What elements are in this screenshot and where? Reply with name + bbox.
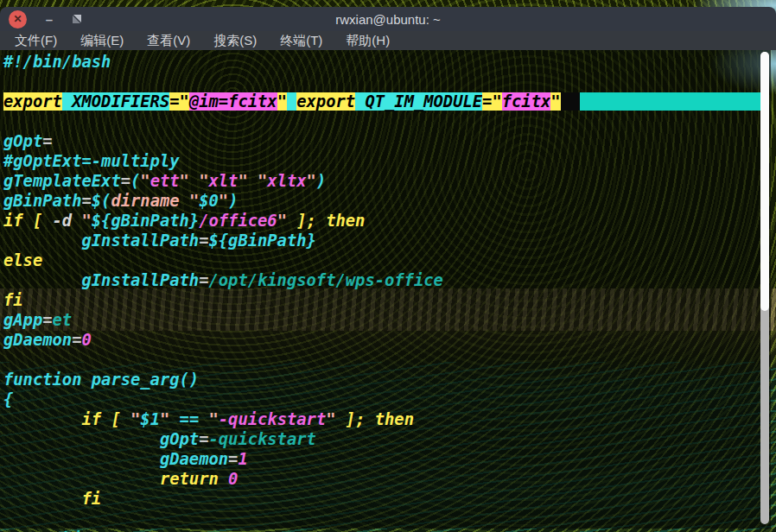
code-line: return 0 xyxy=(3,469,766,489)
code-segment: fcitx xyxy=(502,92,551,111)
code-segment: = xyxy=(228,450,238,468)
code-line: fi xyxy=(3,489,766,509)
code-segment: " xyxy=(189,192,199,210)
code-segment: 0 xyxy=(228,470,238,488)
code-segment: " xyxy=(277,212,297,230)
code-line: gInstallPath=${gBinPath} xyxy=(3,231,766,250)
code-segment: = xyxy=(121,172,130,190)
menu-item-terminal[interactable]: 终端(T) xyxy=(274,33,328,49)
code-segment: " xyxy=(238,172,258,190)
terminal-screen[interactable]: #!/bin/bashexport XMODIFIERS="@im=fcitx"… xyxy=(3,52,766,509)
code-segment: = xyxy=(199,430,208,448)
code-segment: else xyxy=(3,251,42,269)
code-segment xyxy=(3,410,81,428)
code-line: function parse_arg() xyxy=(3,370,766,390)
code-segment: = xyxy=(42,311,52,329)
code-segment: ett xyxy=(150,172,180,190)
code-segment: ( xyxy=(130,172,140,190)
code-segment: xltx xyxy=(267,172,306,190)
code-line: gBinPath=$(dirname "$0") xyxy=(3,191,766,211)
code-segment: gBinPath xyxy=(3,192,81,210)
code-line: fi xyxy=(3,290,766,310)
code-segment: /opt/kingsoft/wps-office xyxy=(208,271,442,289)
code-line xyxy=(3,72,766,92)
code-segment: @im=fcitx xyxy=(189,92,277,111)
code-segment: ) xyxy=(316,172,326,190)
terminal-content[interactable]: #!/bin/bashexport XMODIFIERS="@im=fcitx"… xyxy=(0,50,771,529)
code-segment: ]; then xyxy=(296,212,365,230)
code-segment: XMODIFIERS xyxy=(62,92,169,111)
code-segment xyxy=(287,92,296,111)
code-segment: /office6 xyxy=(199,212,277,230)
code-segment: " xyxy=(550,92,560,111)
scrollbar-track[interactable] xyxy=(760,52,769,524)
code-line xyxy=(3,111,766,131)
code-segment: export xyxy=(296,92,355,111)
code-line: gDaemon=1 xyxy=(3,449,766,469)
code-segment: " xyxy=(140,172,149,190)
code-segment: -d xyxy=(53,212,82,230)
code-segment: gDaemon xyxy=(160,450,228,468)
code-line: gOpt=-quickstart xyxy=(3,429,766,449)
code-segment: ) xyxy=(228,192,238,210)
code-line: gInstallPath=/opt/kingsoft/wps-office xyxy=(3,270,766,290)
code-segment: -quickstart xyxy=(219,410,326,428)
code-segment: ]; then xyxy=(346,410,414,428)
window-title: rwxian@ubuntu: ~ xyxy=(0,12,776,27)
code-segment: #gOptExt=-multiply xyxy=(3,152,180,170)
code-segment xyxy=(3,231,81,250)
code-line: else xyxy=(3,250,766,270)
code-segment: if [ xyxy=(3,212,53,230)
code-segment: " xyxy=(209,410,219,428)
code-segment: = xyxy=(42,132,52,150)
code-segment xyxy=(3,490,81,508)
code-segment: = xyxy=(199,231,208,250)
code-segment: = xyxy=(199,271,208,289)
code-segment: " xyxy=(219,192,228,210)
menu-bar: 文件(F)编辑(E)查看(V)搜索(S)终端(T)帮助(H) xyxy=(0,31,776,50)
code-segment: = xyxy=(81,192,91,210)
code-segment: -quickstart xyxy=(208,430,315,448)
code-line: #!/bin/bash xyxy=(3,52,766,72)
code-segment: et xyxy=(53,311,73,329)
code-segment xyxy=(3,470,160,488)
code-segment: gOpt xyxy=(3,132,42,150)
code-segment: 1 xyxy=(238,450,247,468)
code-line xyxy=(3,350,766,370)
code-segment: { xyxy=(3,390,13,408)
code-line: if [ "$1" == "-quickstart" ]; then xyxy=(3,409,766,429)
menu-item-search[interactable]: 搜索(S) xyxy=(207,33,263,49)
code-segment: " xyxy=(307,172,316,190)
code-segment: " xyxy=(180,172,200,190)
code-line: gOpt= xyxy=(3,131,766,151)
code-line: { xyxy=(3,390,766,409)
code-segment: #!/bin/bash xyxy=(3,53,111,71)
code-line: gDaemon=0 xyxy=(3,330,766,350)
code-segment xyxy=(580,92,766,111)
code-segment: export xyxy=(3,92,62,111)
code-line: #gOptExt=-multiply xyxy=(3,151,766,171)
code-segment: gApp xyxy=(3,311,42,329)
code-segment: $( xyxy=(92,192,111,210)
menu-item-help[interactable]: 帮助(H) xyxy=(340,33,396,49)
code-segment xyxy=(3,450,160,468)
scrollbar-thumb[interactable] xyxy=(760,52,769,311)
code-segment xyxy=(561,92,581,111)
menu-item-edit[interactable]: 编辑(E) xyxy=(74,33,130,49)
code-segment: " xyxy=(81,212,91,230)
code-segment: ${gBinPath} xyxy=(92,212,199,230)
code-line: gTemplateExt=("ett" "xlt" "xltx") xyxy=(3,171,766,191)
code-segment: QT_IM_MODULE xyxy=(355,92,482,111)
code-segment: =" xyxy=(169,92,189,111)
code-segment: 0 xyxy=(81,331,91,349)
code-segment: fi xyxy=(81,490,101,508)
code-segment: == xyxy=(180,410,209,428)
code-segment xyxy=(3,430,160,448)
code-segment: dirname xyxy=(111,192,188,210)
code-segment: " xyxy=(130,410,140,428)
desktop-wallpaper: ✕ – rwxian@ubuntu: ~ 文件(F)编辑(E)查看(V)搜索(S… xyxy=(0,0,776,532)
code-segment: gOpt xyxy=(160,430,199,448)
code-line: gApp=et xyxy=(3,310,766,330)
menu-item-view[interactable]: 查看(V) xyxy=(141,33,196,49)
menu-item-file[interactable]: 文件(F) xyxy=(9,33,63,49)
